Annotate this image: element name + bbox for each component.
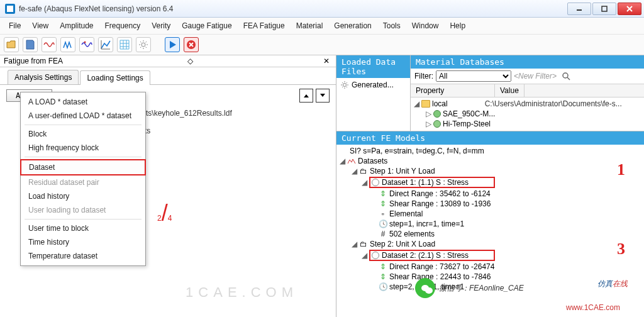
database-icon bbox=[433, 120, 441, 128]
dataset1-row[interactable]: ◢Dataset 1: (1.1) S : Stress bbox=[339, 176, 641, 189]
repeats-label: peats bbox=[132, 126, 330, 135]
ds1-elemental-label: Elemental bbox=[389, 209, 423, 218]
tree-row-mat2[interactable]: ▷ Hi-Temp-Steel bbox=[413, 119, 641, 129]
top-right-row: Loaded Data Files Generated... Material … bbox=[336, 55, 644, 131]
mat1-label: SAE_950C-M... bbox=[443, 109, 495, 118]
wave2-icon[interactable] bbox=[60, 37, 75, 52]
popup-item[interactable]: A user-defined LOAD * dataset bbox=[21, 109, 145, 123]
add-menu-popup: A LOAD * datasetA user-defined LOAD * da… bbox=[20, 92, 146, 266]
step2-row[interactable]: ◢🗀Step 2: Unit X Load bbox=[339, 239, 641, 249]
popup-item[interactable]: A LOAD * dataset bbox=[21, 95, 145, 109]
popup-item[interactable]: Dataset bbox=[20, 159, 146, 175]
elemental-icon: ▫ bbox=[379, 209, 387, 218]
menu-frequency[interactable]: Frequency bbox=[100, 20, 146, 31]
close-button[interactable] bbox=[618, 3, 641, 15]
wave1-icon[interactable] bbox=[42, 37, 57, 52]
popup-item[interactable]: High frequency block bbox=[21, 141, 145, 155]
run-button[interactable] bbox=[165, 37, 180, 52]
collapse-icon[interactable]: ◢ bbox=[361, 251, 367, 260]
popup-item: User loading to dataset bbox=[21, 203, 145, 217]
popup-item[interactable]: Load history bbox=[21, 189, 145, 203]
menu-amplitude[interactable]: Amplitude bbox=[55, 20, 98, 31]
step1-label: Step 1: Unit Y Load bbox=[370, 167, 435, 175]
popup-item: Residual dataset pair bbox=[21, 175, 145, 189]
material-databases-header: Material Databases bbox=[411, 55, 644, 69]
watermark-1cae: 1CAE.COM bbox=[186, 284, 298, 301]
minimize-button[interactable] bbox=[567, 3, 591, 15]
pane-title: Fatigue from FEA bbox=[4, 57, 63, 65]
pin-icon[interactable]: ◇ bbox=[187, 57, 193, 65]
menu-window[interactable]: Window bbox=[407, 20, 444, 31]
maximize-button[interactable] bbox=[592, 3, 616, 15]
tab-loading-settings[interactable]: Loading Settings bbox=[80, 70, 150, 85]
expand-icon[interactable]: ▷ bbox=[425, 120, 431, 128]
menu-help[interactable]: Help bbox=[445, 20, 470, 31]
nav-down-button[interactable] bbox=[316, 89, 330, 103]
grid-icon[interactable] bbox=[117, 37, 132, 52]
dataset2-label: Dataset 2: (2.1) S : Stress bbox=[382, 251, 469, 260]
search-icon[interactable] bbox=[562, 72, 570, 81]
menu-tools[interactable]: Tools bbox=[378, 20, 406, 31]
local-label: local bbox=[432, 99, 448, 108]
datasets-label: Datasets bbox=[358, 157, 387, 165]
pane-close-icon[interactable]: ✕ bbox=[321, 57, 332, 65]
menu-generation[interactable]: Generation bbox=[329, 20, 376, 31]
popup-item[interactable]: Block bbox=[21, 127, 145, 141]
popup-item[interactable]: Temperature dataset bbox=[21, 249, 145, 263]
menu-bar: File View Amplitude Frequency Verity Gau… bbox=[0, 18, 644, 35]
ds1-shear-label: Shear Range : 13089 to -1936 bbox=[389, 199, 491, 208]
settings-icon[interactable] bbox=[136, 37, 151, 52]
menu-file[interactable]: File bbox=[4, 20, 26, 31]
annotation-1: 1 bbox=[617, 160, 625, 179]
collapse-icon[interactable]: ◢ bbox=[339, 157, 345, 165]
filter-row: Filter: All <New Filter> bbox=[411, 69, 644, 84]
loaded-file-item[interactable]: Generated... bbox=[352, 81, 394, 89]
datasets-row[interactable]: ◢Datasets bbox=[339, 156, 641, 166]
tree-row-local[interactable]: ◢ local C:\Users\Administrator\Documents… bbox=[413, 99, 641, 109]
ds1-count-row: #502 elements bbox=[339, 229, 641, 239]
wechat-icon bbox=[415, 278, 435, 298]
expand-icon[interactable]: ▷ bbox=[425, 109, 431, 118]
dataset1-label: Dataset 1: (1.1) S : Stress bbox=[382, 178, 469, 187]
menu-fea-fatigue[interactable]: FEA Fatigue bbox=[238, 20, 290, 31]
open-button[interactable] bbox=[4, 37, 19, 52]
new-filter-placeholder[interactable]: <New Filter> bbox=[514, 72, 557, 81]
popup-item[interactable]: Time history bbox=[21, 235, 145, 249]
menu-gauge-fatigue[interactable]: Gauge Fatigue bbox=[177, 20, 236, 31]
units-row[interactable]: SI? s=Pa, e=strain, t=deg.C, f=N, d=mm bbox=[339, 146, 641, 156]
collapse-icon[interactable]: ◢ bbox=[361, 178, 367, 187]
annotation-4: 4 bbox=[168, 214, 172, 223]
step-icon: 🗀 bbox=[359, 240, 368, 248]
tree-row-mat1[interactable]: ▷ SAE_950C-M... bbox=[413, 109, 641, 119]
menu-view[interactable]: View bbox=[27, 20, 53, 31]
menu-material[interactable]: Material bbox=[291, 20, 328, 31]
step1-row[interactable]: ◢🗀Step 1: Unit Y Load bbox=[339, 166, 641, 176]
source-path-text: esults\keyhole_612Results.ldf bbox=[132, 109, 330, 118]
popup-item[interactable]: User time to block bbox=[21, 221, 145, 235]
ds2-direct-row: ⇕Direct Range : 73627 to -26474 bbox=[339, 262, 641, 272]
stop-button[interactable] bbox=[184, 37, 199, 52]
hash-icon: # bbox=[379, 230, 387, 238]
wechat-watermark: 微信号：FEAonline_CAE bbox=[415, 278, 524, 298]
nav-up-button[interactable] bbox=[299, 89, 313, 103]
col-value[interactable]: Value bbox=[495, 84, 525, 97]
wave3-icon[interactable] bbox=[79, 37, 94, 52]
menu-verity[interactable]: Verity bbox=[147, 20, 175, 31]
loaded-files-body: Generated... bbox=[336, 78, 410, 92]
cn-watermark-1: 仿真 bbox=[597, 279, 613, 288]
title-bar: fe-safe (Abaqus FlexNet licensing) versi… bbox=[0, 0, 644, 18]
settings-tabs: Analysis Settings Loading Settings bbox=[0, 67, 336, 85]
pane-header: Fatigue from FEA ◇ ✕ bbox=[0, 55, 336, 67]
dataset2-row[interactable]: ◢Dataset 2: (2.1) S : Stress bbox=[339, 249, 641, 262]
ds1-count-label: 502 elements bbox=[389, 230, 435, 238]
save-button[interactable] bbox=[23, 37, 38, 52]
collapse-icon[interactable]: ◢ bbox=[413, 99, 419, 108]
plot-icon[interactable] bbox=[98, 37, 113, 52]
tab-analysis-settings[interactable]: Analysis Settings bbox=[8, 70, 79, 84]
annotation-3: 3 bbox=[617, 240, 625, 259]
svg-point-5 bbox=[563, 73, 568, 78]
filter-select[interactable]: All bbox=[436, 70, 511, 82]
collapse-icon[interactable]: ◢ bbox=[351, 240, 357, 248]
col-property[interactable]: Property bbox=[411, 84, 495, 97]
collapse-icon[interactable]: ◢ bbox=[351, 167, 357, 175]
